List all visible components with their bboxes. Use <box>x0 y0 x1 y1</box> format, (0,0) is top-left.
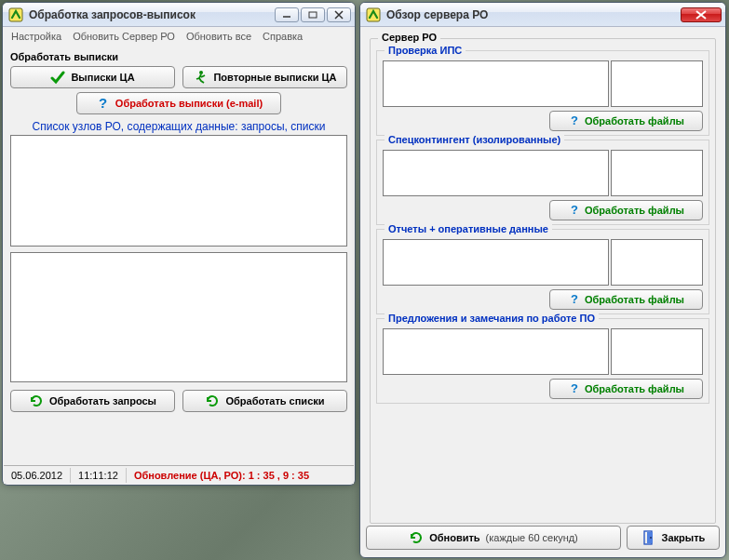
listbox-right[interactable] <box>611 150 703 196</box>
listbox-left[interactable] <box>383 150 609 196</box>
refresh-button[interactable]: Обновить (каждые 60 секунд) <box>366 526 621 550</box>
svg-point-3 <box>199 71 203 74</box>
app-icon <box>8 7 23 22</box>
listbox-left[interactable] <box>383 60 609 107</box>
titlebar-left[interactable]: Обработка запросов-выписок <box>3 3 355 27</box>
process-email-button[interactable]: ? Обработать выписки (e-mail) <box>76 92 281 114</box>
section-ips: Проверка ИПС ? Обработать файлы <box>376 50 709 136</box>
window-title: Обработка запросов-выписок <box>29 8 275 21</box>
close-button[interactable]: Закрыть <box>627 526 720 550</box>
refresh-icon <box>409 530 424 545</box>
svg-text:?: ? <box>571 203 578 216</box>
section-legend: Спецконтингент (изолированные) <box>385 134 564 145</box>
section-reports: Отчеты + оперативные данные ? Обработать… <box>376 229 709 314</box>
status-update: Обновление (ЦА, РО): 1 : 35 , 9 : 35 <box>127 468 354 483</box>
question-icon: ? <box>95 96 110 111</box>
button-label: Обработать файлы <box>585 205 684 216</box>
minimize-button[interactable] <box>275 7 299 22</box>
section-legend: Предложения и замечания по работе ПО <box>385 313 599 324</box>
process-lists-button[interactable]: Обработать списки <box>182 390 347 412</box>
section-label: Обработать выписки <box>10 51 347 62</box>
menu-item[interactable]: Обновить Сервер РО <box>68 29 180 44</box>
listbox-left[interactable] <box>383 239 609 286</box>
vypiski-ca-button[interactable]: Выписки ЦА <box>10 66 175 88</box>
section-legend: Отчеты + оперативные данные <box>385 223 552 234</box>
section-speckontingent: Спецконтингент (изолированные) ? Обработ… <box>376 140 709 225</box>
process-files-button[interactable]: ? Обработать файлы <box>549 379 703 399</box>
listbox-right[interactable] <box>611 239 703 286</box>
process-files-button[interactable]: ? Обработать файлы <box>549 111 703 131</box>
group-legend: Сервер РО <box>378 32 440 43</box>
menubar: Настройка Обновить Сервер РО Обновить вс… <box>3 27 355 46</box>
listbox-right[interactable] <box>611 328 703 375</box>
server-ro-group: Сервер РО Проверка ИПС ? Обработать файл… <box>370 38 716 524</box>
titlebar-right[interactable]: Обзор сервера РО <box>360 3 725 27</box>
process-files-button[interactable]: ? Обработать файлы <box>549 289 703 310</box>
window-title: Обзор сервера РО <box>386 8 681 21</box>
section-feedback: Предложения и замечания по работе ПО ? О… <box>376 318 709 404</box>
button-label: Обработать файлы <box>585 294 684 305</box>
window-server-overview: Обзор сервера РО Сервер РО Проверка ИПС … <box>359 2 726 558</box>
status-time: 11:11:12 <box>71 468 127 483</box>
door-icon <box>641 530 656 545</box>
listbox-left[interactable] <box>383 328 609 375</box>
button-label: Обработать файлы <box>585 383 684 394</box>
button-label: Выписки ЦА <box>71 72 134 83</box>
svg-point-12 <box>650 537 652 539</box>
question-icon: ? <box>568 292 581 307</box>
button-label: Обработать файлы <box>585 115 684 127</box>
button-label: Обработать запросы <box>49 395 156 407</box>
nodes-list-header: Список узлов РО, содержащих данные: запр… <box>10 120 347 133</box>
window-controls <box>681 7 722 22</box>
button-label: Обновить <box>429 532 479 543</box>
listbox-right[interactable] <box>611 60 703 107</box>
app-icon <box>366 7 381 22</box>
button-label: Закрыть <box>662 532 706 543</box>
close-button[interactable] <box>681 7 722 22</box>
svg-text:?: ? <box>99 96 107 111</box>
menu-item[interactable]: Справка <box>258 29 307 44</box>
svg-rect-2 <box>309 12 317 18</box>
section-legend: Проверка ИПС <box>385 45 466 56</box>
process-files-button[interactable]: ? Обработать файлы <box>549 200 703 220</box>
statusbar: 05.06.2012 11:11:12 Обновление (ЦА, РО):… <box>4 465 354 484</box>
refresh-hint: (каждые 60 секунд) <box>486 532 578 543</box>
povtornye-button[interactable]: Повторные выписки ЦА <box>182 66 347 88</box>
refresh-icon <box>29 393 44 408</box>
nodes-listbox-1[interactable] <box>10 135 347 247</box>
question-icon: ? <box>568 113 581 128</box>
window-controls <box>275 7 351 22</box>
maximize-button[interactable] <box>301 7 325 22</box>
process-requests-button[interactable]: Обработать запросы <box>10 390 175 412</box>
menu-item[interactable]: Настройка <box>7 29 66 44</box>
button-label: Обработать выписки (e-mail) <box>115 98 263 109</box>
menu-item[interactable]: Обновить все <box>182 29 256 44</box>
close-button[interactable] <box>327 7 351 22</box>
checkmark-icon <box>50 70 65 85</box>
svg-text:?: ? <box>571 381 578 394</box>
person-run-icon <box>193 70 208 85</box>
status-date: 05.06.2012 <box>4 468 71 483</box>
bottom-bar: Обновить (каждые 60 секунд) Закрыть <box>366 526 720 552</box>
button-label: Повторные выписки ЦА <box>213 72 336 83</box>
window-requests: Обработка запросов-выписок Настройка Обн… <box>2 2 356 486</box>
svg-text:?: ? <box>571 113 578 127</box>
refresh-icon <box>205 393 220 408</box>
question-icon: ? <box>568 203 581 218</box>
content-left: Обработать выписки Выписки ЦА Повторные … <box>3 46 355 420</box>
button-label: Обработать списки <box>225 395 324 407</box>
svg-text:?: ? <box>571 292 578 305</box>
question-icon: ? <box>568 381 581 396</box>
nodes-listbox-2[interactable] <box>10 252 347 382</box>
content-right: Сервер РО Проверка ИПС ? Обработать файл… <box>360 27 725 560</box>
